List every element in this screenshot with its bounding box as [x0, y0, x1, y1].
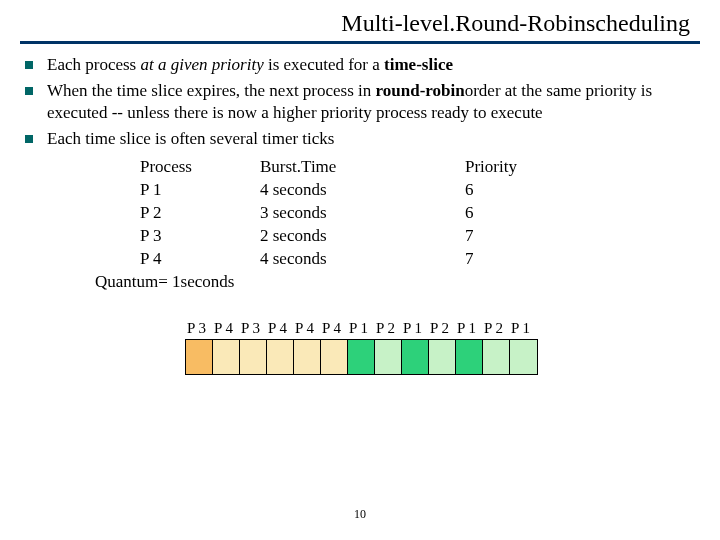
gantt-cell: [510, 340, 537, 374]
table-row: P 2 3 seconds 6: [140, 202, 690, 225]
gantt-label: P 2: [484, 320, 511, 337]
gantt-cell: [267, 340, 294, 374]
gantt-cell: [240, 340, 267, 374]
gantt-label: P 1: [457, 320, 484, 337]
title-divider: [20, 41, 700, 44]
col-priority: Priority: [465, 156, 585, 179]
bullet-icon: [25, 61, 33, 69]
gantt-cell: [375, 340, 402, 374]
bullet-text: Each time slice is often several timer t…: [47, 128, 690, 150]
bullet-item: When the time slice expires, the next pr…: [25, 80, 690, 124]
gantt-label: P 1: [403, 320, 430, 337]
cell: 2 seconds: [260, 225, 465, 248]
cell: P 3: [140, 225, 260, 248]
table-header: Process Burst.Time Priority: [140, 156, 690, 179]
bullet-text: Each process at a given priority is exec…: [47, 54, 690, 76]
gantt-cell: [186, 340, 213, 374]
gantt-label: P 4: [295, 320, 322, 337]
bullet-list: Each process at a given priority is exec…: [25, 54, 690, 292]
gantt-cell: [483, 340, 510, 374]
gantt-label: P 3: [187, 320, 214, 337]
gantt-chart: P 3P 4P 3P 4P 4P 4P 1P 2P 1P 2P 1P 2P 1: [185, 320, 720, 375]
gantt-cell: [348, 340, 375, 374]
col-process: Process: [140, 156, 260, 179]
bullet-text: When the time slice expires, the next pr…: [47, 80, 690, 124]
gantt-cell: [213, 340, 240, 374]
gantt-cell: [429, 340, 456, 374]
gantt-cell: [456, 340, 483, 374]
gantt-label: P 4: [214, 320, 241, 337]
cell: 4 seconds: [260, 248, 465, 271]
cell: 6: [465, 202, 585, 225]
quantum-text: Quantum= 1seconds: [95, 272, 690, 292]
process-table: Process Burst.Time Priority P 1 4 second…: [140, 156, 690, 271]
cell: P 2: [140, 202, 260, 225]
cell: 7: [465, 225, 585, 248]
table-row: P 4 4 seconds 7: [140, 248, 690, 271]
gantt-label: P 3: [241, 320, 268, 337]
gantt-cell: [294, 340, 321, 374]
bullet-icon: [25, 135, 33, 143]
gantt-cell: [402, 340, 429, 374]
gantt-label: P 1: [511, 320, 538, 337]
gantt-label: P 2: [376, 320, 403, 337]
gantt-label: P 2: [430, 320, 457, 337]
page-number: 10: [0, 507, 720, 522]
cell: P 4: [140, 248, 260, 271]
cell: P 1: [140, 179, 260, 202]
cell: 3 seconds: [260, 202, 465, 225]
cell: 4 seconds: [260, 179, 465, 202]
bullet-item: Each time slice is often several timer t…: [25, 128, 690, 150]
bullet-icon: [25, 87, 33, 95]
bullet-item: Each process at a given priority is exec…: [25, 54, 690, 76]
cell: 7: [465, 248, 585, 271]
gantt-label: P 1: [349, 320, 376, 337]
gantt-labels: P 3P 4P 3P 4P 4P 4P 1P 2P 1P 2P 1P 2P 1: [187, 320, 720, 337]
col-burst: Burst.Time: [260, 156, 465, 179]
slide-title: Multi-level.Round-Robinscheduling: [0, 0, 720, 41]
table-row: P 3 2 seconds 7: [140, 225, 690, 248]
gantt-label: P 4: [268, 320, 295, 337]
table-row: P 1 4 seconds 6: [140, 179, 690, 202]
cell: 6: [465, 179, 585, 202]
gantt-label: P 4: [322, 320, 349, 337]
gantt-cell: [321, 340, 348, 374]
gantt-bar: [185, 339, 538, 375]
